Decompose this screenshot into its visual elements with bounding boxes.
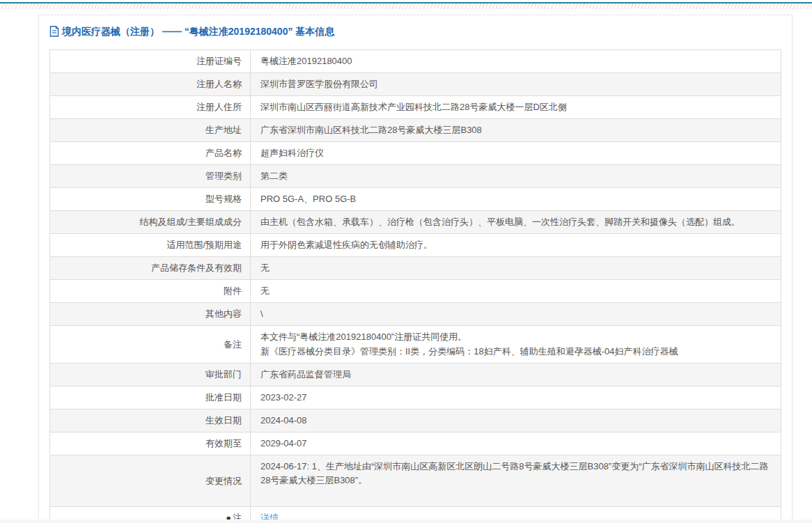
- row-value-line: [260, 488, 771, 502]
- row-value: 2024-06-17: 1、生产地址由“深圳市南山区高新区北区朗山二号路8号豪威…: [251, 455, 781, 507]
- table-row: 产品名称超声妇科治疗仪: [50, 142, 781, 165]
- row-value: 2029-04-07: [251, 432, 781, 455]
- row-label: 审批部门: [50, 364, 251, 387]
- table-row: 批准日期2023-02-27: [50, 387, 781, 409]
- row-value-line: 深圳市普罗医学股份有限公司: [260, 77, 771, 91]
- table-row: 适用范围/预期用途用于外阴色素减退性疾病的无创辅助治疗。: [50, 234, 781, 257]
- row-label: 变更情况: [50, 455, 251, 507]
- table-row: 管理类别第二类: [50, 165, 781, 188]
- page-title-text: 境内医疗器械（注册） —— “粤械注准20192180400” 基本信息: [62, 24, 334, 38]
- row-value: 第二类: [251, 165, 781, 188]
- row-label: 管理类别: [50, 165, 251, 188]
- row-value: 本文件与“粤械注准20192180400”注册证共同使用。新《医疗器械分类目录》…: [251, 326, 781, 364]
- row-label: 注册人住所: [50, 96, 251, 119]
- row-value: 无: [251, 280, 781, 303]
- row-value: 超声妇科治疗仪: [251, 142, 781, 165]
- row-value: PRO 5G-A、PRO 5G-B: [251, 188, 781, 211]
- row-value-line: \: [260, 307, 771, 321]
- table-row: 注册人名称深圳市普罗医学股份有限公司: [50, 73, 781, 96]
- page-bottom-divider: [0, 520, 812, 523]
- row-label: 其他内容: [50, 303, 251, 326]
- row-value-line: PRO 5G-A、PRO 5G-B: [260, 192, 771, 206]
- row-value: 2024-04-08: [251, 409, 781, 432]
- row-label: 注册人名称: [50, 73, 251, 96]
- table-row: 备注本文件与“粤械注准20192180400”注册证共同使用。新《医疗器械分类目…: [50, 326, 781, 364]
- row-value-line: 用于外阴色素减退性疾病的无创辅助治疗。: [260, 238, 771, 252]
- row-label: 批准日期: [50, 387, 251, 409]
- document-icon: [49, 26, 59, 37]
- row-value: 用于外阴色素减退性疾病的无创辅助治疗。: [251, 234, 781, 257]
- row-value-line: 由主机（包含水箱、承载车）、治疗枪（包含治疗头）、平板电脑、一次性治疗头套、脚踏…: [260, 215, 771, 229]
- row-value: 无: [251, 257, 781, 280]
- row-value-line: 第二类: [260, 169, 771, 183]
- row-value-line: 2024-04-08: [260, 414, 771, 428]
- info-table: 注册证编号粤械注准20192180400注册人名称深圳市普罗医学股份有限公司注册…: [49, 49, 781, 523]
- row-label: 有效期至: [50, 432, 251, 455]
- table-row: 型号规格PRO 5G-A、PRO 5G-B: [50, 188, 781, 211]
- row-value-line: 超声妇科治疗仪: [260, 146, 771, 160]
- table-row: 注册人住所深圳市南山区西丽街道高新技术产业园科技北二路28号豪威大楼一层D区北侧: [50, 96, 781, 119]
- table-row: 注册证编号粤械注准20192180400: [50, 50, 781, 73]
- row-label: 结构及组成/主要组成成分: [50, 211, 251, 234]
- table-row: 结构及组成/主要组成成分由主机（包含水箱、承载车）、治疗枪（包含治疗头）、平板电…: [50, 211, 781, 234]
- row-value: \: [251, 303, 781, 326]
- row-label: 产品名称: [50, 142, 251, 165]
- row-value-line: 粤械注准20192180400: [260, 54, 771, 68]
- table-row: 生效日期2024-04-08: [50, 409, 781, 432]
- row-value: 广东省药品监督管理局: [251, 364, 781, 387]
- row-label: 附件: [50, 280, 251, 303]
- table-row: 有效期至2029-04-07: [50, 432, 781, 455]
- row-label: 型号规格: [50, 188, 251, 211]
- row-value-line: 深圳市南山区西丽街道高新技术产业园科技北二路28号豪威大楼一层D区北侧: [260, 100, 771, 114]
- table-row: 审批部门广东省药品监督管理局: [50, 364, 781, 387]
- row-value-line: 2029-04-07: [260, 437, 771, 451]
- row-value-line: 2024-06-17: 1、生产地址由“深圳市南山区高新区北区朗山二号路8号豪威…: [260, 460, 771, 487]
- row-value-line: 新《医疗器械分类目录》管理类别：II类，分类编码：18妇产科、辅助生殖和避孕器械…: [260, 345, 771, 359]
- row-value: 粤械注准20192180400: [251, 50, 781, 73]
- top-hatch-pattern: [0, 3, 812, 9]
- row-value-line: 2023-02-27: [260, 391, 771, 405]
- row-label: 注册证编号: [50, 50, 251, 73]
- row-value: 广东省深圳市南山区科技北二路28号豪威大楼三层B308: [251, 119, 781, 142]
- row-label: 备注: [50, 326, 251, 364]
- row-value: 由主机（包含水箱、承载车）、治疗枪（包含治疗头）、平板电脑、一次性治疗头套、脚踏…: [251, 211, 781, 234]
- table-row: 附件无: [50, 280, 781, 303]
- row-value-line: 广东省深圳市南山区科技北二路28号豪威大楼三层B308: [260, 123, 771, 137]
- table-row: 变更情况2024-06-17: 1、生产地址由“深圳市南山区高新区北区朗山二号路…: [50, 455, 781, 507]
- page-title: 境内医疗器械（注册） —— “粤械注准20192180400” 基本信息: [49, 24, 781, 38]
- row-label: 适用范围/预期用途: [50, 234, 251, 257]
- row-value-line: 本文件与“粤械注准20192180400”注册证共同使用。: [260, 330, 771, 344]
- top-accent-band: [0, 0, 812, 9]
- info-table-body: 注册证编号粤械注准20192180400注册人名称深圳市普罗医学股份有限公司注册…: [50, 50, 781, 523]
- row-label: 生效日期: [50, 409, 251, 432]
- table-row: 生产地址广东省深圳市南山区科技北二路28号豪威大楼三层B308: [50, 119, 781, 142]
- row-value-line: 无: [260, 284, 771, 298]
- table-row: 产品储存条件及有效期无: [50, 257, 781, 280]
- table-row: 其他内容\: [50, 303, 781, 326]
- row-value-line: 无: [260, 261, 771, 275]
- row-value-line: 广东省药品监督管理局: [260, 368, 771, 382]
- row-label: 产品储存条件及有效期: [50, 257, 251, 280]
- content-panel: 境内医疗器械（注册） —— “粤械注准20192180400” 基本信息 注册证…: [38, 15, 793, 523]
- row-value: 深圳市南山区西丽街道高新技术产业园科技北二路28号豪威大楼一层D区北侧: [251, 96, 781, 119]
- row-value: 2023-02-27: [251, 387, 781, 409]
- row-value: 深圳市普罗医学股份有限公司: [251, 73, 781, 96]
- row-label: 生产地址: [50, 119, 251, 142]
